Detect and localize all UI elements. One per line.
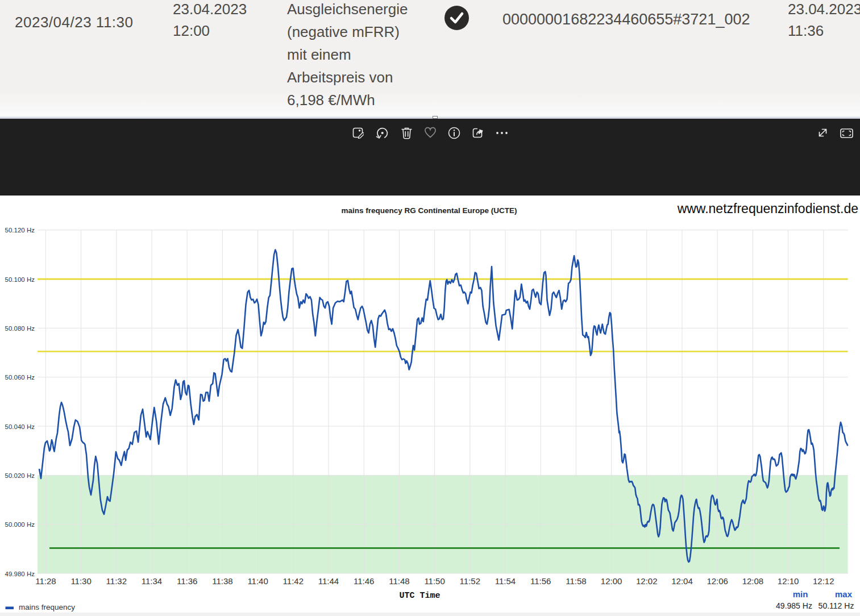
svg-text:50.112 Hz: 50.112 Hz	[819, 601, 854, 610]
svg-text:50.080 Hz: 50.080 Hz	[5, 325, 35, 332]
svg-text:mains frequency RG Continental: mains frequency RG Continental Europe (U…	[341, 206, 517, 215]
svg-text:11:38: 11:38	[212, 576, 232, 586]
svg-text:11:54: 11:54	[495, 576, 516, 586]
svg-text:11:32: 11:32	[106, 576, 127, 586]
svg-text:50.100 Hz: 50.100 Hz	[5, 276, 35, 283]
svg-text:50.120 Hz: 50.120 Hz	[5, 227, 35, 234]
svg-text:mains frequency: mains frequency	[19, 603, 75, 611]
svg-text:12:06: 12:06	[707, 576, 728, 586]
svg-text:UTC Time: UTC Time	[399, 591, 440, 601]
svg-text:11:46: 11:46	[354, 576, 374, 586]
svg-text:50.020 Hz: 50.020 Hz	[5, 472, 35, 479]
svg-text:11:44: 11:44	[318, 576, 339, 586]
svg-text:11:50: 11:50	[424, 576, 444, 586]
svg-text:11:28: 11:28	[35, 576, 56, 586]
svg-text:12:00: 12:00	[601, 576, 622, 586]
svg-text:50.040 Hz: 50.040 Hz	[5, 423, 35, 430]
svg-text:49.980 Hz: 49.980 Hz	[5, 571, 35, 577]
svg-text:11:40: 11:40	[247, 576, 268, 586]
svg-text:11:34: 11:34	[142, 576, 162, 586]
svg-text:12:12: 12:12	[813, 576, 834, 586]
svg-text:12:04: 12:04	[671, 576, 693, 586]
svg-text:49.985 Hz: 49.985 Hz	[776, 601, 812, 610]
svg-text:max: max	[835, 589, 853, 599]
svg-text:12:02: 12:02	[636, 576, 658, 586]
svg-text:11:56: 11:56	[530, 576, 551, 586]
svg-text:12:08: 12:08	[742, 576, 764, 586]
svg-text:11:52: 11:52	[460, 576, 480, 586]
svg-text:min: min	[793, 589, 808, 599]
svg-text:12:10: 12:10	[778, 576, 799, 586]
svg-text:11:48: 11:48	[389, 576, 409, 586]
svg-text:50.000 Hz: 50.000 Hz	[5, 521, 35, 528]
svg-text:www.netzfrequenzinfodienst.de: www.netzfrequenzinfodienst.de	[677, 201, 858, 216]
svg-text:11:58: 11:58	[566, 576, 586, 586]
svg-text:11:30: 11:30	[70, 576, 91, 586]
svg-text:50.060 Hz: 50.060 Hz	[5, 374, 35, 381]
svg-text:11:36: 11:36	[177, 576, 197, 586]
svg-text:11:42: 11:42	[283, 576, 304, 586]
